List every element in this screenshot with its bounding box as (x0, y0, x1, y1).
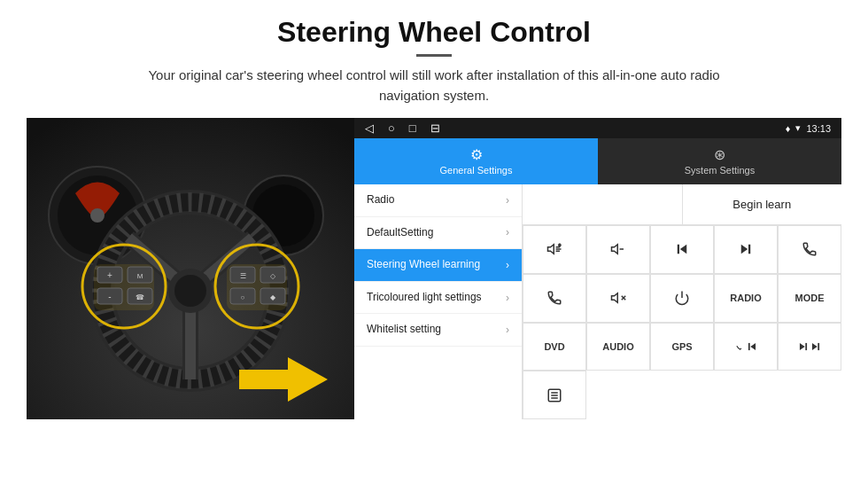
svg-marker-56 (800, 343, 805, 350)
svg-text:+: + (107, 270, 112, 280)
title-section: Steering Wheel Control Your original car… (27, 16, 841, 105)
chevron-icon: › (506, 226, 509, 238)
menu-steering-label: Steering Wheel learning (367, 258, 480, 272)
menu-item-defaultsetting[interactable]: DefaultSetting › (354, 217, 522, 250)
audio-button[interactable]: AUDIO (586, 323, 650, 371)
controls-panel: Begin learn + (523, 184, 841, 419)
skip-end-button[interactable] (778, 323, 841, 371)
tab-system-label: System Settings (685, 165, 755, 176)
prev-track-button[interactable] (650, 225, 714, 274)
svg-rect-59 (818, 343, 819, 350)
statusbar: ◁ ○ □ ⊟ ♦ ▾ 13:13 (354, 118, 841, 138)
svg-text:◇: ◇ (270, 272, 276, 280)
mute-button[interactable] (586, 274, 650, 323)
vol-up-button[interactable]: + (523, 225, 586, 274)
svg-text:-: - (108, 292, 111, 301)
android-content: Radio › DefaultSetting › Steering Wheel … (354, 184, 841, 419)
menu-whitelist-label: Whitelist setting (367, 323, 441, 337)
back-nav[interactable]: ◁ (365, 121, 374, 135)
phone-button[interactable] (778, 225, 841, 274)
car-image: + M - ☎ ☰ ◇ ○ ◆ (27, 118, 354, 419)
menu-item-radio[interactable]: Radio › (354, 184, 522, 217)
phone-answer-button[interactable] (523, 274, 586, 323)
tab-system-settings[interactable]: ⊛ System Settings (598, 138, 841, 184)
android-tabs: ⚙ General Settings ⊛ System Settings (354, 138, 841, 184)
svg-marker-50 (612, 293, 618, 303)
tab-general-label: General Settings (440, 165, 513, 176)
next-track-button[interactable] (714, 225, 778, 274)
svg-text:☰: ☰ (240, 272, 246, 280)
menu-list: Radio › DefaultSetting › Steering Wheel … (354, 184, 523, 419)
svg-text:+: + (559, 243, 562, 247)
system-settings-icon: ⊛ (714, 146, 725, 163)
svg-text:○: ○ (241, 293, 245, 301)
svg-rect-57 (805, 343, 807, 350)
vol-down-button[interactable] (586, 225, 650, 274)
radio-button[interactable]: RADIO (714, 274, 778, 323)
svg-text:◆: ◆ (270, 293, 276, 301)
power-button[interactable] (650, 274, 714, 323)
controls-top-row: Begin learn (523, 184, 841, 225)
svg-rect-55 (748, 343, 750, 350)
title-divider (416, 54, 452, 57)
svg-point-16 (174, 275, 206, 307)
chevron-icon: › (506, 324, 509, 336)
list-button[interactable] (523, 371, 586, 419)
svg-marker-58 (812, 343, 818, 350)
content-area: + M - ☎ ☰ ◇ ○ ◆ (27, 118, 841, 419)
svg-marker-48 (741, 245, 748, 254)
gps-label: GPS (671, 341, 692, 352)
statusbar-nav: ◁ ○ □ ⊟ (365, 121, 440, 135)
audio-label: AUDIO (602, 341, 633, 352)
menu-tricoloured-label: Tricoloured light settings (367, 291, 482, 305)
menu-nav[interactable]: ⊟ (430, 121, 440, 135)
statusbar-icons: ♦ ▾ 13:13 (786, 122, 831, 134)
gps-button[interactable]: GPS (650, 323, 714, 371)
begin-learn-button[interactable]: Begin learn (683, 184, 842, 224)
svg-point-3 (90, 208, 105, 223)
svg-rect-49 (748, 245, 750, 254)
chevron-icon: › (506, 259, 509, 271)
svg-marker-54 (750, 343, 756, 350)
menu-item-steering-wheel[interactable]: Steering Wheel learning › (354, 249, 522, 282)
steering-wheel-svg: + M - ☎ ☰ ◇ ○ ◆ (27, 118, 354, 419)
page-container: Steering Wheel Control Your original car… (0, 0, 868, 428)
home-nav[interactable]: ○ (388, 121, 395, 135)
android-panel: ◁ ○ □ ⊟ ♦ ▾ 13:13 ⚙ General Settings (354, 118, 841, 419)
svg-text:☎: ☎ (136, 293, 144, 301)
svg-marker-39 (548, 245, 554, 254)
svg-rect-47 (678, 245, 679, 254)
menu-default-label: DefaultSetting (367, 226, 433, 240)
recents-nav[interactable]: □ (409, 121, 416, 135)
menu-item-tricoloured[interactable]: Tricoloured light settings › (354, 282, 522, 315)
phone-prev-button[interactable] (714, 323, 778, 371)
svg-rect-38 (239, 370, 289, 389)
time-display: 13:13 (806, 123, 831, 134)
page-title: Steering Wheel Control (27, 16, 841, 49)
general-settings-icon: ⚙ (470, 146, 483, 163)
subtitle: Your original car's steering wheel contr… (124, 66, 744, 105)
chevron-icon: › (506, 194, 509, 207)
radio-label: RADIO (730, 293, 761, 303)
dvd-label: DVD (544, 341, 564, 352)
svg-marker-44 (612, 245, 618, 254)
menu-radio-label: Radio (367, 193, 394, 207)
wifi-icon: ▾ (795, 122, 801, 134)
svg-marker-46 (680, 245, 687, 254)
tab-general-settings[interactable]: ⚙ General Settings (354, 138, 598, 184)
menu-item-whitelist[interactable]: Whitelist setting › (354, 314, 522, 347)
chevron-icon: › (506, 292, 509, 304)
location-icon: ♦ (786, 123, 791, 134)
empty-cell (523, 184, 683, 224)
dvd-button[interactable]: DVD (523, 323, 586, 371)
mode-button[interactable]: MODE (778, 274, 841, 323)
svg-text:M: M (137, 272, 143, 280)
mode-label: MODE (795, 293, 825, 303)
controls-grid: + (523, 225, 841, 419)
